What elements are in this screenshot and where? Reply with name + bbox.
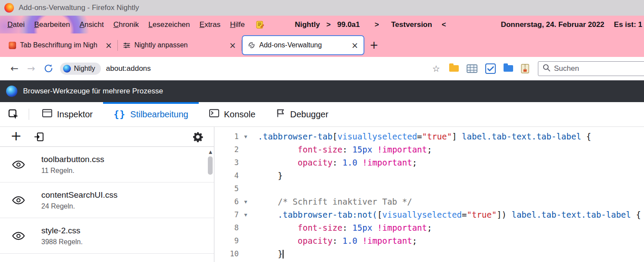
tab-stilbearbeitung[interactable]: {} Stilbearbeitung xyxy=(103,102,199,126)
code-token: { xyxy=(581,132,591,141)
code-line[interactable]: font-size: 15px !important; xyxy=(258,143,644,156)
forward-button[interactable]: → xyxy=(23,64,39,73)
menu-item-ansicht[interactable]: Ansicht xyxy=(75,20,109,29)
sheet-name: style-2.css xyxy=(41,226,83,235)
browser-tab-nightly-anpassen[interactable]: Nightly anpassen × xyxy=(118,35,241,55)
back-button[interactable]: ← xyxy=(6,64,23,73)
new-style-sheet-button[interactable]: + xyxy=(10,129,22,143)
channel-label: Testversion xyxy=(391,20,432,29)
code-token: .tabbrowser-tab:not( xyxy=(278,210,377,219)
tab-inspektor[interactable]: Inspektor xyxy=(32,102,103,126)
sheet-rule-count: 3988 Regeln. xyxy=(41,238,83,246)
pick-element-button[interactable] xyxy=(0,102,26,126)
toolbar-separator xyxy=(29,109,29,120)
version-label: 99.0a1 xyxy=(337,20,360,29)
visibility-eye-icon[interactable] xyxy=(12,196,26,205)
code-token: : xyxy=(333,236,343,245)
code-line[interactable]: .tabbrowser-tab:not([visuallyselected="t… xyxy=(258,208,644,221)
braces-icon: {} xyxy=(113,109,125,119)
bookmark-star-icon[interactable]: ☆ xyxy=(432,63,440,74)
line-number: 5 xyxy=(214,184,239,193)
code-token: { xyxy=(631,210,641,219)
new-tab-button[interactable]: + xyxy=(370,40,378,50)
code-line[interactable]: } xyxy=(258,247,644,260)
window-titlebar[interactable]: Add-ons-Verwaltung - Firefox Nightly xyxy=(0,0,644,16)
w3c-validator-icon[interactable] xyxy=(485,63,496,74)
menu-item-chronik[interactable]: Chronik xyxy=(109,20,144,29)
code-token: label.tab-text.tab-label xyxy=(457,132,581,141)
code-line[interactable]: } xyxy=(258,169,644,182)
code-line[interactable]: font-size: 15px !important; xyxy=(258,221,644,234)
search-icon xyxy=(543,64,551,73)
menu-item-datei[interactable]: Datei xyxy=(3,20,30,29)
code-token: visuallyselected xyxy=(382,210,462,219)
gutter-row: 6▾ xyxy=(214,195,254,208)
code-token xyxy=(258,158,298,167)
scroll-up-button[interactable]: ▲ xyxy=(209,149,212,154)
tab-close-button[interactable]: × xyxy=(103,41,114,50)
stylesheet-item[interactable]: style-2.css 3988 Regeln. xyxy=(0,218,214,254)
gutter-row: 5 xyxy=(214,182,254,195)
customize-favicon-icon xyxy=(123,42,130,49)
gutter-row: 4 xyxy=(214,169,254,182)
line-number: 7 xyxy=(214,210,239,219)
code-line[interactable]: opacity: 1.0 !important; xyxy=(258,156,644,169)
search-input[interactable] xyxy=(554,64,641,73)
tab-close-button[interactable]: × xyxy=(350,41,360,50)
code-token xyxy=(357,236,362,245)
code-line[interactable]: opacity: 1.0 !important; xyxy=(258,234,644,247)
code-token: !important xyxy=(362,236,412,245)
tab-konsole[interactable]: Konsole xyxy=(199,102,266,126)
options-gear-icon[interactable] xyxy=(192,131,204,143)
menu-item-hilfe[interactable]: Hilfe xyxy=(225,20,250,29)
code-line[interactable]: .tabbrowser-tab[visuallyselected="true"]… xyxy=(258,130,644,143)
visibility-eye-icon[interactable] xyxy=(12,160,26,169)
stylesheet-item[interactable]: contentSearchUI.css 24 Regeln. xyxy=(0,182,214,218)
code-token xyxy=(258,145,298,154)
tab-label: Konsole xyxy=(224,109,255,119)
blue-folder-icon[interactable] xyxy=(504,65,513,72)
tab-debugger[interactable]: Debugger xyxy=(266,102,339,126)
line-number: 4 xyxy=(214,171,239,180)
search-field[interactable] xyxy=(538,61,644,76)
code-token: = xyxy=(462,210,467,219)
line-number: 1 xyxy=(214,132,239,141)
scrollbar-thumb[interactable] xyxy=(208,156,213,175)
zip-archive-icon[interactable] xyxy=(521,64,529,73)
notes-pencil-icon[interactable] xyxy=(256,20,264,29)
url-bar[interactable]: Nightly about:addons ☆ xyxy=(60,60,445,77)
red-favicon-icon xyxy=(9,42,16,49)
line-number: 9 xyxy=(214,236,239,245)
code-token: visuallyselected xyxy=(337,132,417,141)
gutter-row: 9 xyxy=(214,234,254,247)
reload-button[interactable] xyxy=(40,64,57,73)
editor-code-pane[interactable]: .tabbrowser-tab[visuallyselected="true"]… xyxy=(254,130,644,262)
browser-tab-beschriftung[interactable]: Tab Beschriftung im Nigh × xyxy=(3,35,117,55)
toolbox-titlebar[interactable]: Browser-Werkzeuge für mehrere Prozesse xyxy=(0,80,644,102)
tab-close-button[interactable]: × xyxy=(227,41,238,50)
time-label: Es ist: 1 xyxy=(614,20,643,29)
console-icon xyxy=(209,109,219,119)
code-line[interactable]: /* Schrift inaktiver Tab */ xyxy=(258,195,644,208)
code-token: : xyxy=(333,158,343,167)
open-folder-icon[interactable] xyxy=(449,65,459,72)
fold-arrow-icon[interactable]: ▾ xyxy=(239,198,253,205)
stylesheet-item[interactable]: toolbarbutton.css 11 Regeln. xyxy=(0,147,214,182)
menu-item-lesezeichen[interactable]: Lesezeichen xyxy=(143,20,194,29)
menu-item-bearbeiten[interactable]: Bearbeiten xyxy=(30,20,75,29)
gutter-row: 3 xyxy=(214,156,254,169)
import-style-sheet-button[interactable] xyxy=(34,132,44,142)
fold-arrow-icon[interactable]: ▾ xyxy=(239,133,253,140)
code-token: font-size xyxy=(298,145,343,154)
fold-arrow-icon[interactable]: ▾ xyxy=(239,211,253,218)
firefox-window: Add-ons-Verwaltung - Firefox Nightly Dat… xyxy=(0,0,644,262)
browser-tab-addons-active[interactable]: Add-ons-Verwaltung × xyxy=(242,35,364,55)
code-line[interactable] xyxy=(258,182,644,195)
menu-item-extras[interactable]: Extras xyxy=(195,20,225,29)
visibility-eye-icon[interactable] xyxy=(12,232,26,240)
code-editor[interactable]: 1▾23456▾7▾8910 .tabbrowser-tab[visuallys… xyxy=(214,127,644,262)
code-token: ] xyxy=(452,132,457,141)
nightly-logo-icon xyxy=(63,65,71,73)
keyboard-grid-icon[interactable] xyxy=(467,64,477,73)
nightly-identity-chip[interactable]: Nightly xyxy=(60,63,101,75)
